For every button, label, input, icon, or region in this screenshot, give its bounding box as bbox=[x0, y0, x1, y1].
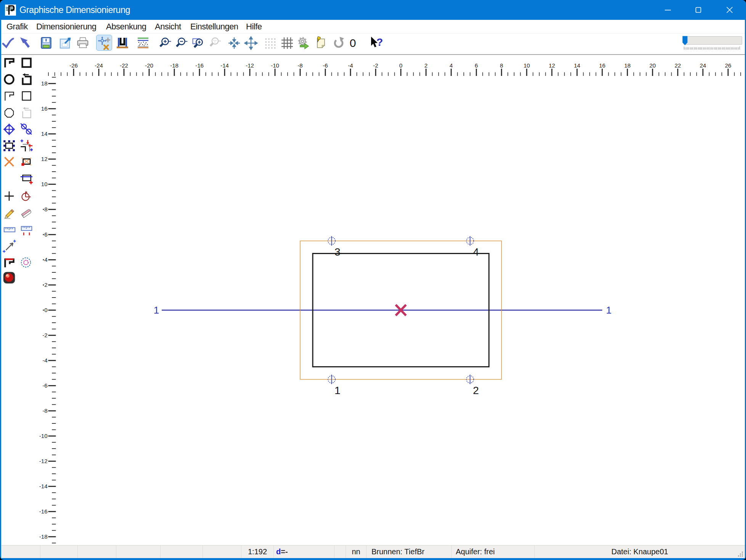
v-ruler-tick bbox=[48, 410, 56, 412]
canvas-scene[interactable]: -26-24-22-20-18-16-14-12-10-8-6-4-202468… bbox=[1, 55, 745, 545]
h-ruler-label: -26 bbox=[69, 62, 78, 69]
tool-move-corner[interactable] bbox=[19, 139, 33, 153]
note-pin-icon bbox=[313, 35, 328, 51]
tool-circle-bold[interactable] bbox=[2, 72, 16, 86]
slider-tick bbox=[727, 47, 727, 50]
soil-layers-button[interactable] bbox=[135, 35, 151, 51]
tool-polygon-direction-disabled[interactable] bbox=[19, 106, 33, 120]
slider-tick bbox=[699, 47, 699, 50]
tool-regenerate-circle[interactable] bbox=[19, 256, 33, 269]
save-button[interactable] bbox=[39, 35, 54, 51]
menu-item-dimensionierung[interactable]: Dimensionierung bbox=[36, 20, 96, 34]
export-button[interactable] bbox=[58, 35, 73, 51]
apply-check-button[interactable] bbox=[1, 35, 16, 51]
tool-polyline-highlight[interactable] bbox=[2, 256, 16, 269]
menu-item-grafik[interactable]: Grafik bbox=[6, 20, 28, 34]
v-ruler-tick bbox=[52, 77, 56, 78]
tool-split-rectangle[interactable] bbox=[19, 171, 33, 185]
soil-layers-icon bbox=[135, 35, 151, 51]
slider-tick bbox=[714, 47, 715, 50]
tool-wells-on-line[interactable] bbox=[19, 122, 33, 136]
v-ruler-tick bbox=[48, 285, 56, 286]
minimize-button[interactable] bbox=[656, 0, 680, 20]
tool-ruler-horizontal[interactable] bbox=[2, 223, 16, 237]
tool-ruler-offset[interactable] bbox=[19, 223, 33, 237]
slider-ticks bbox=[684, 47, 742, 50]
recalculate-button[interactable] bbox=[296, 35, 311, 51]
note-button[interactable] bbox=[313, 35, 328, 51]
context-help-button[interactable]: ? bbox=[368, 35, 383, 51]
tool-eraser[interactable] bbox=[19, 206, 33, 219]
tool-delete-rectangle[interactable] bbox=[19, 155, 33, 169]
zoom-out-button[interactable] bbox=[174, 35, 189, 51]
status-text-part: - bbox=[285, 547, 288, 556]
v-ruler-tick bbox=[52, 404, 56, 405]
zoom-disabled-button[interactable] bbox=[207, 35, 222, 51]
v-ruler-tick bbox=[52, 341, 56, 342]
print-button[interactable] bbox=[75, 35, 90, 51]
tool-polyline-bold[interactable] bbox=[2, 56, 16, 69]
v-ruler-tick bbox=[52, 228, 56, 229]
tool-rotate-point[interactable] bbox=[19, 189, 33, 203]
h-ruler-tick bbox=[231, 72, 232, 76]
v-ruler-tick bbox=[52, 266, 56, 267]
menu-item-absenkung[interactable]: Absenkung bbox=[106, 20, 146, 34]
zoom-in-button[interactable] bbox=[157, 35, 172, 51]
pan-view-button[interactable] bbox=[243, 35, 259, 51]
h-ruler-tick bbox=[325, 69, 326, 76]
h-ruler-tick bbox=[48, 72, 49, 76]
tool-polyline-thin[interactable] bbox=[2, 89, 16, 103]
move-element-button[interactable] bbox=[96, 35, 112, 51]
h-ruler-tick bbox=[212, 72, 212, 76]
v-ruler-tick bbox=[52, 278, 56, 279]
dot-grid-button[interactable] bbox=[262, 35, 278, 51]
tool-pencil-edit[interactable] bbox=[2, 206, 16, 219]
status-cell-drawdown: d=- bbox=[274, 546, 334, 558]
well-profile-button[interactable] bbox=[115, 35, 130, 51]
tool-rectangle-thin[interactable] bbox=[19, 89, 33, 103]
tool-octagon-thin[interactable] bbox=[2, 106, 16, 120]
h-ruler-tick bbox=[281, 72, 282, 76]
zoom-region-button[interactable] bbox=[190, 35, 206, 51]
menu-item-ansicht[interactable]: Ansicht bbox=[155, 20, 181, 34]
pointer-button[interactable] bbox=[18, 35, 33, 51]
menu-item-hilfe[interactable]: Hilfe bbox=[246, 20, 262, 34]
tool-select-handles[interactable] bbox=[2, 139, 16, 153]
rectangle-bold-icon bbox=[19, 56, 33, 69]
rectangle-thin-icon bbox=[19, 89, 33, 103]
slider-tick bbox=[723, 47, 723, 50]
h-ruler-tick bbox=[136, 72, 137, 76]
slider-handle[interactable] bbox=[682, 36, 688, 45]
h-ruler-tick bbox=[690, 72, 691, 76]
line-grid-button[interactable] bbox=[280, 35, 295, 51]
v-ruler-tick bbox=[48, 385, 56, 386]
slider-track[interactable] bbox=[683, 36, 742, 45]
h-ruler-tick bbox=[703, 69, 704, 76]
tool-stretch-arrow[interactable] bbox=[2, 239, 16, 253]
v-ruler-tick bbox=[52, 373, 56, 373]
stretch-arrow-icon bbox=[2, 239, 16, 253]
h-ruler-tick bbox=[476, 69, 477, 76]
v-ruler-tick bbox=[52, 492, 56, 493]
tool-record-ball[interactable] bbox=[2, 271, 16, 285]
slider-tick bbox=[709, 47, 709, 50]
record-ball-icon bbox=[2, 271, 16, 285]
tool-well-symbol[interactable] bbox=[2, 122, 16, 136]
v-ruler-label-dot bbox=[43, 285, 44, 286]
h-ruler-tick bbox=[495, 72, 496, 76]
rotation-angle-value: 0 bbox=[344, 35, 362, 51]
menu-item-einstellungen[interactable]: Einstellungen bbox=[190, 20, 238, 34]
tool-rectangle-bold[interactable] bbox=[19, 56, 33, 69]
v-ruler-tick bbox=[52, 398, 56, 399]
slider-tick bbox=[712, 47, 712, 50]
tool-polygon-direction-bold[interactable] bbox=[19, 72, 33, 86]
h-ruler-label: -20 bbox=[145, 62, 153, 69]
close-button[interactable] bbox=[717, 0, 742, 20]
tool-delete-cross[interactable] bbox=[2, 155, 16, 169]
v-ruler-label: 10 bbox=[41, 181, 48, 187]
v-ruler-tick bbox=[48, 360, 56, 361]
tool-add-point[interactable] bbox=[2, 189, 16, 203]
maximize-button[interactable] bbox=[686, 0, 711, 20]
h-ruler-label: -2 bbox=[373, 62, 378, 69]
shrink-view-button[interactable] bbox=[227, 35, 242, 51]
